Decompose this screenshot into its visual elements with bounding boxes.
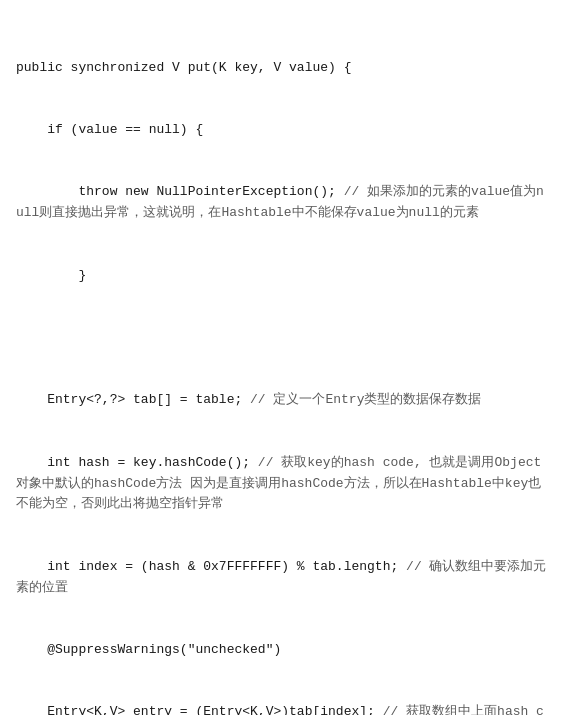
code-block: public synchronized V put(K key, V value… [16, 16, 549, 715]
code-line-3: throw new NullPointerException(); // 如果添… [16, 182, 549, 224]
code-line-9: @SuppressWarnings("unchecked") [16, 640, 549, 661]
code-line-7: int hash = key.hashCode(); // 获取key的hash… [16, 453, 549, 515]
code-line-5 [16, 328, 549, 349]
code-line-6: Entry<?,?> tab[] = table; // 定义一个Entry类型… [16, 390, 549, 411]
code-line-8: int index = (hash & 0x7FFFFFFF) % tab.le… [16, 557, 549, 599]
code-line-1: public synchronized V put(K key, V value… [16, 58, 549, 79]
code-line-2: if (value == null) { [16, 120, 549, 141]
code-line-10: Entry<K,V> entry = (Entry<K,V>)tab[index… [16, 702, 549, 715]
code-line-4: } [16, 266, 549, 287]
